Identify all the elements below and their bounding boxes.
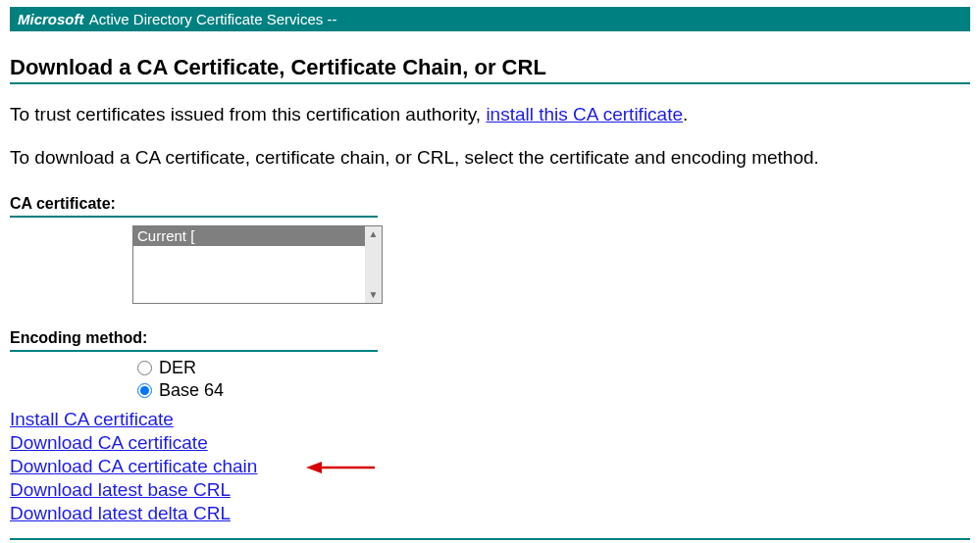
brand-text: Microsoft	[18, 11, 84, 27]
header-bar: Microsoft Active Directory Certificate S…	[10, 7, 970, 31]
download-ca-chain-link[interactable]: Download CA certificate chain	[10, 456, 257, 477]
radio-der-label: DER	[159, 358, 196, 378]
encoding-option-der[interactable]: DER	[137, 358, 970, 378]
ca-certificate-label: CA certificate:	[10, 195, 970, 213]
page-title: Download a CA Certificate, Certificate C…	[10, 55, 970, 80]
radio-der[interactable]	[137, 361, 152, 375]
encoding-method-label: Encoding method:	[10, 329, 970, 347]
download-instruction: To download a CA certificate, certificat…	[10, 145, 970, 171]
svg-marker-1	[306, 462, 322, 473]
download-delta-crl-link[interactable]: Download latest delta CRL	[10, 503, 231, 524]
download-base-crl-link[interactable]: Download latest base CRL	[10, 479, 231, 501]
scroll-down-icon[interactable]: ▼	[365, 287, 382, 303]
scroll-up-icon[interactable]: ▲	[365, 226, 382, 242]
ca-selected-left: Current [	[137, 226, 194, 246]
radio-base64[interactable]	[137, 383, 152, 398]
radio-base64-label: Base 64	[159, 380, 224, 401]
install-ca-link[interactable]: Install CA certificate	[10, 409, 174, 430]
service-text: Active Directory Certificate Services --	[86, 11, 337, 27]
encoding-option-base64[interactable]: Base 64	[137, 380, 970, 401]
annotation-arrow-icon	[306, 460, 375, 475]
listbox-scrollbar[interactable]: ▲ ▼	[365, 226, 382, 303]
install-ca-inline-link[interactable]: install this CA certificate	[486, 104, 683, 124]
title-divider	[10, 82, 970, 84]
bottom-divider	[10, 538, 970, 540]
download-ca-link[interactable]: Download CA certificate	[10, 432, 208, 454]
ca-certificate-listbox[interactable]: Current [ ] ▲ ▼	[132, 225, 383, 304]
action-link-list: Install CA certificate Download CA certi…	[10, 409, 970, 526]
ca-label-divider	[10, 216, 378, 218]
encoding-radio-group: DER Base 64	[137, 358, 970, 401]
ca-selected-item[interactable]: Current [ ]	[133, 226, 382, 246]
trust-text-suffix: .	[683, 104, 688, 124]
trust-instruction: To trust certificates issued from this c…	[10, 102, 970, 127]
trust-text-prefix: To trust certificates issued from this c…	[10, 104, 486, 124]
encoding-label-divider	[10, 350, 378, 352]
